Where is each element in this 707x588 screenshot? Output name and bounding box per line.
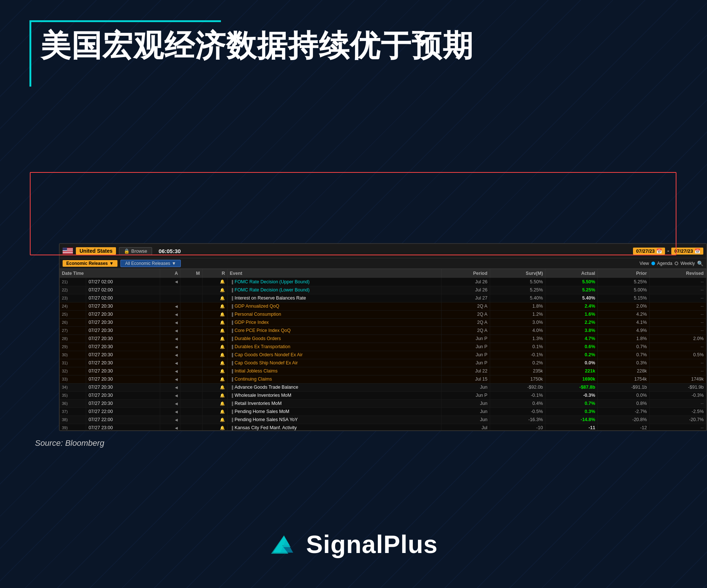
row-revised: -- — [649, 424, 706, 431]
row-datetime: 07/27 20:30 — [86, 335, 160, 343]
date-to[interactable]: 07/27/23 📅 — [671, 248, 703, 255]
row-actual: 5.25% — [545, 286, 598, 294]
row-surv: -0.5% — [490, 407, 545, 416]
col-actual-header: Actual — [545, 269, 598, 278]
weekly-radio[interactable] — [675, 262, 678, 265]
row-r: 🔔 — [202, 407, 227, 416]
terminal-header-row2: Economic Releases ▼ All Economic Release… — [60, 258, 706, 269]
agenda-radio[interactable] — [651, 262, 655, 265]
terminal-wrapper: United States 🔒 Browse 06:05:30 07/27/23… — [29, 122, 678, 309]
row-actual: 0.7% — [545, 399, 598, 407]
row-m — [180, 318, 202, 326]
col-revised-header: Revised — [649, 269, 706, 278]
table-row: 39) 07/27 23:00 ◀ 🔔 ▐Kansas City Fed Man… — [60, 424, 706, 431]
row-prior: -12 — [598, 424, 649, 431]
row-prior: 4.9% — [598, 326, 649, 335]
row-r: 🔔 — [202, 326, 227, 335]
row-prior: 0.7% — [598, 343, 649, 351]
row-r: 🔔 — [202, 424, 227, 431]
row-actual: 5.50% — [545, 278, 598, 286]
lock-icon: 🔒 — [124, 248, 130, 254]
table-row: 25) 07/27 20:30 ◀ 🔔 ▐Personal Consumptio… — [60, 310, 706, 318]
row-r: 🔔 — [202, 351, 227, 359]
row-period: 2Q A — [442, 310, 490, 318]
row-revised: -- — [649, 318, 706, 326]
table-header-row: Date Time A M R Event Period Surv(M) Act… — [60, 269, 706, 278]
row-datetime: 07/27 02:00 — [86, 286, 160, 294]
row-num: 38) — [60, 416, 86, 424]
terminal-header-row1: United States 🔒 Browse 06:05:30 07/27/23… — [60, 244, 706, 258]
date-from[interactable]: 07/27/23 📅 — [633, 248, 665, 255]
row-revised: -- — [649, 326, 706, 335]
row-datetime: 07/27 20:30 — [86, 302, 160, 310]
row-surv: 5.40% — [490, 294, 545, 302]
row-surv: 0.4% — [490, 399, 545, 407]
row-revised: -20.7% — [649, 416, 706, 424]
row-num: 32) — [60, 367, 86, 375]
row-surv: 4.0% — [490, 326, 545, 335]
row-actual: 0.2% — [545, 351, 598, 359]
table-scroll-area[interactable]: Date Time A M R Event Period Surv(M) Act… — [60, 269, 706, 431]
row-datetime: 07/27 22:00 — [86, 416, 160, 424]
us-flag-icon — [63, 248, 73, 254]
table-row: 28) 07/27 20:30 ◀ 🔔 ▐Durable Goods Order… — [60, 335, 706, 343]
row-datetime: 07/27 20:30 — [86, 391, 160, 399]
row-m — [180, 278, 202, 286]
row-m — [180, 343, 202, 351]
row-event: ▐FOMC Rate Decision (Upper Bound) — [227, 278, 441, 286]
logo-section: SignalPlus — [269, 530, 438, 559]
row-num: 22) — [60, 286, 86, 294]
row-datetime: 07/27 20:30 — [86, 310, 160, 318]
row-prior: 228k — [598, 367, 649, 375]
row-num: 24) — [60, 302, 86, 310]
row-surv: -10 — [490, 424, 545, 431]
row-revised: -- — [649, 310, 706, 318]
row-a: ◀ — [160, 416, 180, 424]
logo-text: SignalPlus — [306, 530, 438, 559]
row-event: ▐Pending Home Sales MoM — [227, 407, 441, 416]
row-event: ▐GDP Annualized QoQ — [227, 302, 441, 310]
all-economic-releases-button[interactable]: All Economic Releases ▼ — [120, 260, 181, 267]
row-a: ◀ — [160, 399, 180, 407]
row-num: 34) — [60, 383, 86, 391]
row-m — [180, 302, 202, 310]
row-datetime: 07/27 20:30 — [86, 367, 160, 375]
row-period: 2Q A — [442, 318, 490, 326]
row-m — [180, 367, 202, 375]
row-r: 🔔 — [202, 294, 227, 302]
table-row: 22) 07/27 02:00 🔔 ▐FOMC Rate Decision (L… — [60, 286, 706, 294]
row-m — [180, 416, 202, 424]
row-revised: -- — [649, 367, 706, 375]
table-row: 23) 07/27 02:00 🔔 ▐Interest on Reserve B… — [60, 294, 706, 302]
country-label[interactable]: United States — [76, 247, 116, 255]
row-actual: 5.40% — [545, 294, 598, 302]
row-revised: 2.0% — [649, 335, 706, 343]
row-event: ▐Continuing Claims — [227, 375, 441, 383]
row-event: ▐GDP Price Index — [227, 318, 441, 326]
row-datetime: 07/27 20:30 — [86, 326, 160, 335]
row-a: ◀ — [160, 343, 180, 351]
row-a: ◀ — [160, 351, 180, 359]
browse-button[interactable]: 🔒 Browse — [119, 247, 152, 255]
row-m — [180, 383, 202, 391]
row-event: ▐Interest on Reserve Balances Rate — [227, 294, 441, 302]
table-row: 36) 07/27 20:30 ◀ 🔔 ▐Retail Inventories … — [60, 399, 706, 407]
row-surv: 1.3% — [490, 335, 545, 343]
row-surv: 0.2% — [490, 359, 545, 367]
dropdown-icon-2: ▼ — [172, 261, 176, 266]
row-actual: -0.3% — [545, 391, 598, 399]
row-event: ▐Wholesale Inventories MoM — [227, 391, 441, 399]
row-num: 23) — [60, 294, 86, 302]
row-event: ▐Cap Goods Ship Nondef Ex Air — [227, 359, 441, 367]
row-period: Jun — [442, 399, 490, 407]
row-actual: 221k — [545, 367, 598, 375]
row-datetime: 07/27 02:00 — [86, 294, 160, 302]
row-prior: 0.0% — [598, 391, 649, 399]
row-m — [180, 335, 202, 343]
row-surv: -16.3% — [490, 416, 545, 424]
search-icon[interactable]: 🔍 — [697, 260, 703, 266]
economic-releases-button[interactable]: Economic Releases ▼ — [63, 260, 117, 267]
row-actual: 2.4% — [545, 302, 598, 310]
row-m — [180, 424, 202, 431]
row-num: 21) — [60, 278, 86, 286]
